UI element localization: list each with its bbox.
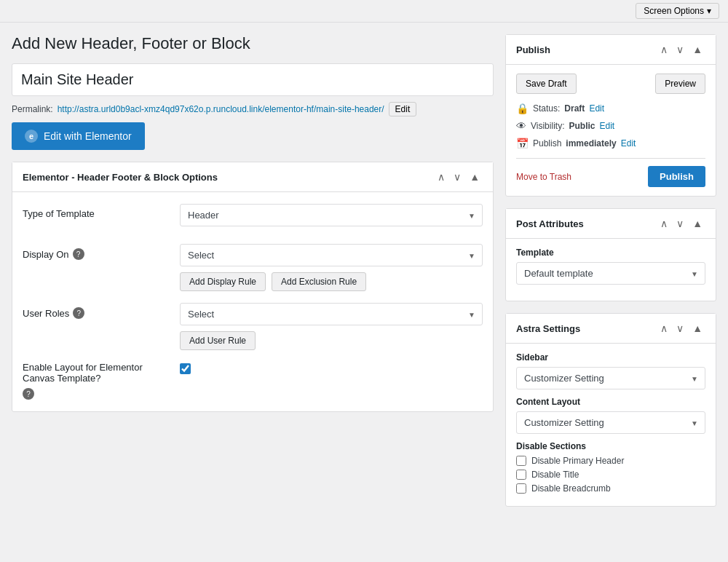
status-icon: 🔒	[516, 103, 529, 114]
permalink-edit-button[interactable]: Edit	[389, 102, 417, 116]
content-layout-field-label: Content Layout	[516, 397, 705, 407]
enable-layout-label: Enable Layout for Elementor Canvas Templ…	[23, 362, 168, 400]
meta-panel-header: Elementor - Header Footer & Block Option…	[12, 162, 493, 192]
post-attributes-body: Template Default template Elementor Canv…	[506, 239, 716, 301]
meta-panel: Elementor - Header Footer & Block Option…	[12, 162, 494, 412]
content-layout-select-wrap: Customizer Setting Default	[516, 411, 705, 434]
meta-panel-down[interactable]: ∨	[451, 170, 464, 184]
enable-layout-help-icon[interactable]: ?	[23, 388, 34, 400]
post-attributes-title: Post Attributes	[516, 218, 584, 229]
visibility-value: Public	[569, 121, 595, 131]
publish-panel-title: Publish	[516, 44, 550, 55]
status-edit-link[interactable]: Edit	[589, 103, 604, 114]
astra-settings-controls: ∧ ∨ ▲	[657, 321, 705, 336]
display-on-select[interactable]: Select	[180, 244, 483, 266]
post-attributes-header: Post Attributes ∧ ∨ ▲	[506, 209, 716, 239]
display-on-label: Display On ?	[23, 244, 168, 260]
publish-actions: Save Draft Preview	[516, 74, 705, 94]
post-attributes-controls: ∧ ∨ ▲	[657, 216, 705, 231]
meta-panel-controls: ∧ ∨ ▲	[435, 170, 483, 184]
user-roles-label: User Roles ?	[23, 303, 168, 319]
disable-breadcrumb-row: Disable Breadcrumb	[516, 483, 705, 494]
publish-button[interactable]: Publish	[648, 166, 705, 187]
publish-panel: Publish ∧ ∨ ▲ Save Draft Preview 🔒 Statu…	[505, 34, 716, 197]
display-rule-buttons: Add Display Rule Add Exclusion Rule	[180, 272, 483, 291]
user-roles-select[interactable]: Select	[180, 303, 483, 325]
user-rule-buttons: Add User Rule	[180, 331, 483, 350]
publish-value: immediately	[566, 138, 616, 149]
status-row: 🔒 Status: Draft Edit	[516, 103, 705, 114]
status-value: Draft	[564, 103, 585, 114]
publish-panel-down[interactable]: ∨	[673, 42, 687, 57]
enable-layout-row: Enable Layout for Elementor Canvas Templ…	[23, 362, 483, 400]
post-attr-down[interactable]: ∨	[673, 216, 687, 231]
user-roles-help-icon[interactable]: ?	[73, 307, 84, 319]
page-title: Add New Header, Footer or Block	[12, 34, 494, 53]
disable-title-checkbox[interactable]	[516, 470, 526, 480]
post-title-input[interactable]	[12, 63, 494, 96]
publish-panel-controls: ∧ ∨ ▲	[657, 42, 705, 57]
disable-title-label: Disable Title	[531, 470, 579, 480]
visibility-label: Visibility:	[531, 121, 564, 131]
type-of-template-select[interactable]: Header Footer Block	[180, 204, 483, 226]
disable-primary-header-row: Disable Primary Header	[516, 456, 705, 466]
display-on-row: Display On ? Select Add Display Rule Add…	[23, 244, 483, 291]
edit-with-elementor-button[interactable]: e Edit with Elementor	[12, 122, 145, 150]
preview-button[interactable]: Preview	[655, 74, 705, 94]
disable-breadcrumb-checkbox[interactable]	[516, 483, 526, 494]
disable-primary-header-checkbox[interactable]	[516, 456, 526, 466]
sidebar-field-label: Sidebar	[516, 352, 705, 363]
add-user-rule-button[interactable]: Add User Rule	[180, 331, 256, 350]
screen-options-button[interactable]: Screen Options ▾	[636, 3, 719, 19]
astra-up[interactable]: ∧	[657, 321, 670, 336]
astra-settings-header: Astra Settings ∧ ∨ ▲	[506, 314, 716, 344]
enable-layout-checkbox[interactable]	[180, 363, 191, 374]
disable-breadcrumb-label: Disable Breadcrumb	[531, 483, 611, 494]
astra-settings-body: Sidebar Customizer Setting No Sidebar Le…	[506, 344, 716, 506]
display-on-help-icon[interactable]: ?	[73, 248, 84, 260]
sidebar-select[interactable]: Customizer Setting No Sidebar Left Sideb…	[516, 367, 705, 389]
post-attributes-panel: Post Attributes ∧ ∨ ▲ Template Default t…	[505, 208, 716, 301]
publish-panel-header: Publish ∧ ∨ ▲	[506, 35, 716, 65]
publish-label: Publish	[533, 138, 561, 149]
post-attr-up[interactable]: ∧	[657, 216, 670, 231]
visibility-edit-link[interactable]: Edit	[599, 121, 614, 131]
publish-panel-toggle[interactable]: ▲	[689, 42, 705, 57]
content-layout-select[interactable]: Customizer Setting Default	[516, 411, 705, 434]
publish-time-icon: 📅	[516, 138, 529, 149]
visibility-row: 👁 Visibility: Public Edit	[516, 120, 705, 132]
publish-panel-up[interactable]: ∧	[657, 42, 670, 57]
add-display-rule-button[interactable]: Add Display Rule	[180, 272, 266, 291]
add-exclusion-rule-button[interactable]: Add Exclusion Rule	[272, 272, 366, 291]
astra-down[interactable]: ∨	[673, 321, 687, 336]
template-select[interactable]: Default template Elementor Canvas Elemen…	[516, 262, 705, 285]
astra-settings-panel: Astra Settings ∧ ∨ ▲ Sidebar Customizer …	[505, 313, 716, 507]
enable-layout-checkbox-wrap	[180, 362, 191, 374]
astra-toggle[interactable]: ▲	[689, 321, 705, 336]
publish-time-row: 📅 Publish immediately Edit	[516, 138, 705, 149]
user-roles-row: User Roles ? Select Add User Rule	[23, 303, 483, 350]
type-of-template-row: Type of Template Header Footer Block	[23, 204, 483, 232]
meta-panel-up[interactable]: ∧	[435, 170, 448, 184]
display-on-field: Select Add Display Rule Add Exclusion Ru…	[180, 244, 483, 291]
save-draft-button[interactable]: Save Draft	[516, 74, 577, 94]
permalink-link[interactable]: http://astra.urld0b9acl-xmz4qd97x62o.p.r…	[58, 104, 384, 114]
type-of-template-field: Header Footer Block	[180, 204, 483, 232]
move-to-trash-link[interactable]: Move to Trash	[516, 172, 571, 182]
template-select-wrap: Default template Elementor Canvas Elemen…	[516, 262, 705, 285]
status-label: Status:	[533, 103, 560, 114]
publish-time-edit-link[interactable]: Edit	[621, 138, 636, 149]
screen-options-chevron: ▾	[707, 6, 711, 16]
astra-settings-title: Astra Settings	[516, 323, 580, 334]
meta-panel-body: Type of Template Header Footer Block	[12, 192, 493, 411]
elementor-icon: e	[25, 130, 38, 143]
elementor-btn-label: Edit with Elementor	[44, 130, 132, 142]
publish-panel-body: Save Draft Preview 🔒 Status: Draft Edit …	[506, 65, 716, 196]
post-attr-toggle[interactable]: ▲	[689, 216, 705, 231]
screen-options-label: Screen Options	[644, 6, 704, 16]
meta-panel-toggle[interactable]: ▲	[467, 170, 483, 184]
meta-panel-title: Elementor - Header Footer & Block Option…	[23, 172, 218, 183]
publish-footer: Move to Trash Publish	[516, 158, 705, 187]
sidebar-select-wrap: Customizer Setting No Sidebar Left Sideb…	[516, 367, 705, 389]
user-roles-field: Select Add User Rule	[180, 303, 483, 350]
